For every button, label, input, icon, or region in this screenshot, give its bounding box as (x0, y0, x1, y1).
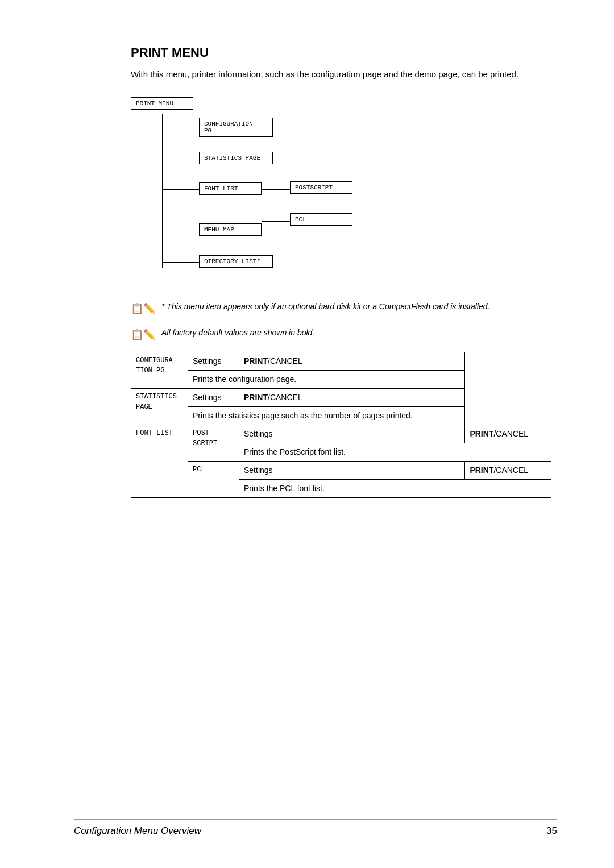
hline-menumap (162, 231, 199, 231)
key-font: FONT LIST (131, 425, 188, 497)
value-config: PRINT/CANCEL (239, 352, 465, 370)
tree-vline-main (162, 114, 163, 268)
note-text-1: * This menu item appears only if an opti… (161, 301, 489, 313)
footer-title: Configuration Menu Overview (74, 825, 201, 837)
settings-table: CONFIGURA-TION PG Settings PRINT/CANCEL … (131, 352, 551, 498)
tree-node-postscript: POSTSCRIPT (290, 181, 352, 194)
hline-font (162, 189, 199, 190)
note-icon-1: 📋✏️ (131, 301, 156, 317)
bold-print-config: PRINT (244, 356, 268, 366)
table-row-font-pcl: PCL Settings PRINT/CANCEL (131, 461, 551, 479)
desc-stats: Prints the statistics page such as the n… (188, 406, 465, 425)
footer-content: Configuration Menu Overview 35 (74, 825, 557, 837)
hline-postscript (262, 189, 290, 190)
value-stats: PRINT/CANCEL (239, 388, 465, 406)
desc-pcl: Prints the PCL font list. (239, 479, 551, 497)
settings-label-pcl: Settings (239, 461, 465, 479)
tree-node-dirlist: DIRECTORY LIST* (199, 255, 273, 268)
key-pcl: PCL (188, 461, 239, 497)
page-title: PRINT MENU (131, 45, 557, 60)
key-stats: STATISTICSPAGE (131, 388, 188, 425)
table-row-config-desc: Prints the configuration page. (131, 370, 551, 388)
desc-config: Prints the configuration page. (188, 370, 465, 388)
note-block-2: 📋✏️ All factory default values are shown… (131, 327, 517, 343)
tree-node-stats: STATISTICS PAGE (199, 152, 273, 164)
key-postscript: POSTSCRIPT (188, 425, 239, 461)
tree-root: PRINT MENU (131, 97, 193, 110)
table-row-stats-desc: Prints the statistics page such as the n… (131, 406, 551, 425)
hline-config (162, 126, 199, 126)
tree-node-menumap: MENU MAP (199, 223, 262, 236)
intro-text: With this menu, printer information, suc… (131, 68, 557, 81)
table-row-config: CONFIGURA-TION PG Settings PRINT/CANCEL (131, 352, 551, 370)
value-post: PRINT/CANCEL (465, 425, 551, 443)
tree-node-font: FONT LIST (199, 182, 262, 195)
vline-font-children (262, 189, 262, 221)
bold-print-stats: PRINT (244, 393, 268, 402)
tree-node-config: CONFIGURATIONPG (199, 118, 273, 137)
footer: Configuration Menu Overview 35 (0, 819, 614, 837)
footer-divider (74, 819, 557, 820)
hline-stats (162, 159, 199, 159)
value-pcl: PRINT/CANCEL (465, 461, 551, 479)
hline-pcl (262, 221, 290, 222)
key-config: CONFIGURA-TION PG (131, 352, 188, 388)
settings-label-config: Settings (188, 352, 239, 370)
bold-print-pcl: PRINT (470, 466, 493, 475)
table-row-stats: STATISTICSPAGE Settings PRINT/CANCEL (131, 388, 551, 406)
bold-print-post: PRINT (470, 429, 493, 438)
settings-label-post: Settings (239, 425, 465, 443)
desc-post: Prints the PostScript font list. (239, 443, 551, 461)
tree-diagram: PRINT MENU CONFIGURATIONPG STATISTICS PA… (131, 97, 426, 285)
settings-label-stats: Settings (188, 388, 239, 406)
tree-node-pcl: PCL (290, 213, 352, 226)
table-row-font-post: FONT LIST POSTSCRIPT Settings PRINT/CANC… (131, 425, 551, 443)
note-text-2: All factory default values are shown in … (161, 327, 314, 339)
page: PRINT MENU With this menu, printer infor… (0, 0, 614, 868)
hline-dirlist (162, 262, 199, 263)
note-icon-2: 📋✏️ (131, 327, 156, 343)
note-block-1: 📋✏️ * This menu item appears only if an … (131, 301, 517, 317)
footer-page-number: 35 (546, 825, 557, 837)
